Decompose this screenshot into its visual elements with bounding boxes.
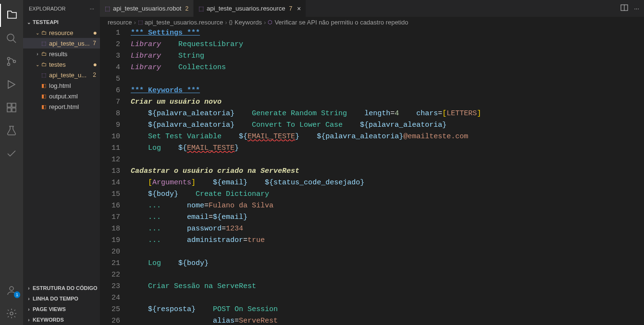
code-line[interactable]: ... administrador=true — [131, 235, 644, 246]
file-item[interactable]: ◧log.html — [23, 80, 100, 91]
chevron-icon: › — [34, 51, 41, 57]
code-line[interactable]: ${palavra_aleatoria} Generate Random Str… — [131, 108, 644, 120]
sidebar-project[interactable]: ⌄ TESTEAPI — [23, 17, 100, 27]
tree-item-label: results — [49, 50, 67, 58]
more-actions-icon[interactable]: ··· — [634, 5, 639, 12]
folder-item[interactable]: ›🗀results — [23, 48, 100, 59]
accounts-icon[interactable]: 1 — [0, 279, 23, 302]
sidebar-section[interactable]: ›KEYWORDS — [23, 314, 100, 325]
chevron-icon: ⌄ — [34, 30, 41, 36]
folder-item[interactable]: ⌄🗀testes● — [23, 59, 100, 70]
project-name: TESTEAPI — [33, 19, 59, 25]
code-line[interactable]: Criar um usuário novo — [131, 96, 644, 108]
code-line[interactable]: Library String — [131, 50, 644, 62]
code-line[interactable]: *** Keywords *** — [131, 85, 644, 96]
code-line[interactable]: ${body} Create Dictionary — [131, 189, 644, 200]
modified-dot: ● — [93, 29, 97, 36]
line-number: 12 — [100, 154, 120, 166]
file-item[interactable]: ◧report.html — [23, 101, 100, 112]
code-line[interactable]: Log ${EMAIL_TESTE} — [131, 143, 644, 154]
code-line[interactable]: Library RequestsLibrary — [131, 39, 644, 50]
run-debug-icon[interactable] — [0, 73, 23, 96]
file-icon: ⬚ — [198, 5, 204, 12]
file-icon: ⬚ — [105, 5, 110, 12]
split-editor-icon[interactable] — [620, 4, 628, 13]
svg-point-11 — [10, 312, 13, 315]
svg-line-1 — [13, 40, 16, 43]
folder-item[interactable]: ⌄🗀resource● — [23, 27, 100, 38]
sidebar-section[interactable]: ›ESTRUTURA DO CÓDIGO — [23, 283, 100, 293]
tree-item-label: log.html — [49, 82, 71, 89]
code-line[interactable] — [131, 154, 644, 166]
code-line[interactable] — [131, 292, 644, 304]
line-number: 8 — [100, 108, 120, 120]
line-number: 11 — [100, 143, 120, 154]
line-number: 16 — [100, 200, 120, 212]
code-line[interactable]: ${resposta} POST On Session — [131, 304, 644, 315]
breadcrumb-item[interactable]: resource — [108, 19, 132, 26]
code-line[interactable] — [131, 73, 644, 85]
code-line[interactable]: [Arguments] ${email} ${status_code_desej… — [131, 177, 644, 189]
braces-icon: {} — [229, 19, 233, 25]
breadcrumb-item[interactable]: Keywords — [235, 19, 262, 26]
minimap[interactable] — [593, 28, 641, 105]
code-line[interactable]: ... password=1234 — [131, 223, 644, 235]
line-number: 18 — [100, 223, 120, 235]
check-icon[interactable] — [0, 142, 23, 165]
sidebar-more-icon[interactable]: ··· — [90, 6, 94, 12]
line-number: 4 — [100, 62, 120, 73]
extensions-icon[interactable] — [0, 96, 23, 119]
code-content[interactable]: *** Settings ***Library RequestsLibraryL… — [131, 27, 644, 325]
code-line[interactable]: ... nome=Fulano da Silva — [131, 200, 644, 212]
file-item[interactable]: ⬚api_teste_u...2 — [23, 70, 100, 80]
code-line[interactable] — [131, 246, 644, 258]
tree-item-label: api_teste_u... — [49, 72, 87, 79]
svg-rect-5 — [7, 103, 11, 107]
line-number: 21 — [100, 258, 120, 269]
section-label: PAGE VIEWS — [33, 306, 66, 312]
line-number: 10 — [100, 131, 120, 143]
section-label: ESTRUTURA DO CÓDIGO — [33, 285, 98, 291]
modified-count: 2 — [93, 72, 96, 78]
sidebar-sections: ›ESTRUTURA DO CÓDIGO›LINHA DO TEMPO›PAGE… — [23, 283, 100, 325]
line-number: 5 — [100, 73, 120, 85]
file-item[interactable]: ⬚api_teste_us...7 — [23, 38, 100, 48]
code-editor[interactable]: 1234567891011121314151617181920212223242… — [100, 27, 644, 325]
code-line[interactable]: *** Settings *** — [131, 27, 644, 39]
editor-tab[interactable]: ⬚api_teste_usuarios.robot2 — [100, 0, 194, 17]
line-number: 7 — [100, 96, 120, 108]
code-line[interactable]: ${palavra_aleatoria} Convert To Lower Ca… — [131, 120, 644, 131]
settings-gear-icon[interactable] — [0, 302, 23, 325]
close-icon[interactable]: × — [297, 5, 301, 12]
svg-point-10 — [10, 287, 13, 290]
line-number: 19 — [100, 235, 120, 246]
svg-rect-8 — [12, 108, 16, 112]
testing-icon[interactable] — [0, 119, 23, 142]
code-line[interactable]: Set Test Variable ${EMAIL_TESTE} ${palav… — [131, 131, 644, 143]
folder-icon: 🗀 — [41, 29, 47, 36]
sidebar-section[interactable]: ›LINHA DO TEMPO — [23, 293, 100, 304]
code-line[interactable]: alias=ServeRest — [131, 315, 644, 325]
breadcrumb-item[interactable]: api_teste_usuarios.resource — [145, 19, 223, 26]
editor-tab[interactable]: ⬚api_teste_usuarios.resource7× — [194, 0, 306, 17]
code-line[interactable]: Log ${body} — [131, 258, 644, 269]
code-line[interactable]: Cadastrar o usuário criado na ServeRest — [131, 166, 644, 177]
tree-item-label: report.html — [49, 103, 79, 110]
sidebar-section[interactable]: ›PAGE VIEWS — [23, 304, 100, 314]
file-icon: ⬚ — [41, 40, 46, 47]
code-line[interactable] — [131, 269, 644, 281]
line-number: 6 — [100, 85, 120, 96]
breadcrumb-separator: › — [264, 19, 266, 26]
line-number: 14 — [100, 177, 120, 189]
search-icon[interactable] — [0, 27, 23, 50]
breadcrumb-item[interactable]: Verificar se API não permitiu o cadastro… — [274, 19, 408, 26]
code-line[interactable]: Library Collections — [131, 62, 644, 73]
source-control-icon[interactable] — [0, 50, 23, 73]
code-line[interactable]: Criar Sessão na ServeRest — [131, 281, 644, 292]
file-item[interactable]: ◧output.xml — [23, 91, 100, 101]
tree-item-label: testes — [49, 61, 66, 68]
line-number: 22 — [100, 269, 120, 281]
code-line[interactable]: ... email=${email} — [131, 212, 644, 223]
explorer-icon[interactable] — [0, 4, 23, 27]
breadcrumbs[interactable]: resource ›⬚ api_teste_usuarios.resource … — [100, 17, 644, 27]
